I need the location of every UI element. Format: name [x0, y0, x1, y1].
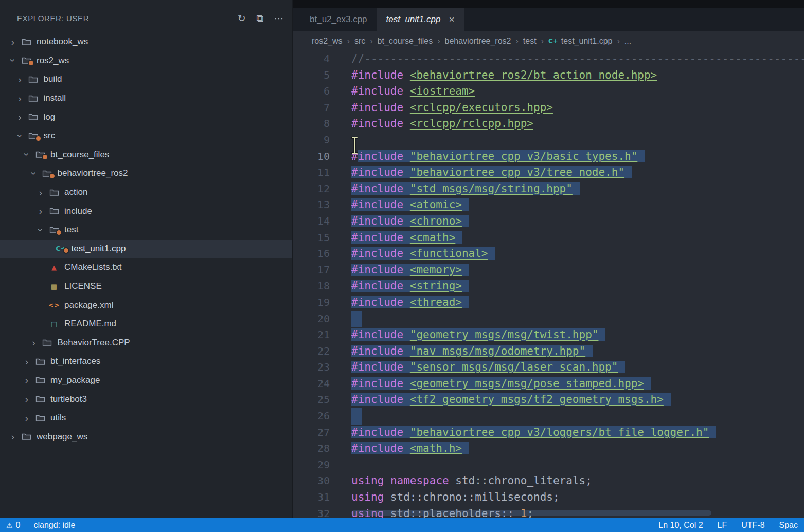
line-number[interactable]: 26 [293, 408, 330, 425]
collapse-folders-icon[interactable]: ⧉ [256, 13, 263, 23]
code-line-5[interactable]: 5#include <behaviortree_ros2/bt_action_n… [293, 67, 804, 84]
tree-file-test_unit1.cpp[interactable]: C+test_unit1.cpp [0, 240, 292, 259]
cursor-position[interactable]: Ln 10, Col 2 [658, 521, 703, 530]
tree-folder-install[interactable]: ›install [0, 89, 292, 108]
line-number[interactable]: 28 [293, 441, 330, 457]
line-number[interactable]: 25 [293, 392, 330, 408]
tree-folder-bt_course_files[interactable]: ›bt_course_files [0, 145, 292, 164]
code-line-28[interactable]: 28#include <math.h> [293, 441, 804, 457]
breadcrumb-item[interactable]: ... [624, 36, 631, 46]
line-number[interactable]: 30 [293, 473, 330, 489]
code-line-19[interactable]: 19#include <thread> [293, 295, 804, 311]
code-line-7[interactable]: 7#include <rclcpp/executors.hpp> [293, 100, 804, 116]
code-line-12[interactable]: 12#include "std_msgs/msg/string.hpp" [293, 181, 804, 197]
tree-folder-action[interactable]: ›action [0, 183, 292, 202]
line-number[interactable]: 5 [293, 67, 330, 84]
code-line-29[interactable]: 29 [293, 457, 804, 473]
tree-folder-BehaviorTree.CPP[interactable]: ›BehaviorTree.CPP [0, 334, 292, 353]
line-number[interactable]: 17 [293, 262, 330, 279]
tree-folder-log[interactable]: ›log [0, 107, 292, 126]
code-line-15[interactable]: 15#include <cmath> [293, 230, 804, 246]
tree-folder-bt_interfaces[interactable]: ›bt_interfaces [0, 352, 292, 371]
code-line-4[interactable]: 4//-------------------------------------… [293, 51, 804, 67]
line-number[interactable]: 23 [293, 359, 330, 376]
code-line-23[interactable]: 23#include "sensor_msgs/msg/laser_scan.h… [293, 359, 804, 376]
breadcrumb-item[interactable]: ros2_ws [312, 36, 343, 46]
code-line-25[interactable]: 25#include <tf2_geometry_msgs/tf2_geomet… [293, 392, 804, 408]
line-number[interactable]: 12 [293, 181, 330, 197]
indentation-indicator[interactable]: Spac [779, 521, 798, 530]
close-icon[interactable]: × [449, 14, 454, 24]
line-number[interactable]: 7 [293, 100, 330, 116]
line-number[interactable]: 29 [293, 457, 330, 473]
tree-folder-test[interactable]: ›test [0, 221, 292, 240]
tree-folder-webpage_ws[interactable]: ›webpage_ws [0, 427, 292, 446]
line-number[interactable]: 20 [293, 311, 330, 327]
code-line-17[interactable]: 17#include <memory> [293, 262, 804, 279]
line-number[interactable]: 10 [293, 149, 330, 165]
tree-folder-notebook_ws[interactable]: ›notebook_ws [0, 32, 292, 51]
line-number[interactable]: 16 [293, 246, 330, 262]
more-actions-icon[interactable]: ⋯ [274, 13, 284, 23]
tree-file-CMakeLists.txt[interactable]: ▲CMakeLists.txt [0, 258, 292, 277]
line-number[interactable]: 4 [293, 51, 330, 67]
code-line-31[interactable]: 31using std::chrono::milliseconds; [293, 489, 804, 506]
tree-file-package.xml[interactable]: <>package.xml [0, 296, 292, 315]
tree-file-README.md[interactable]: ▤README.md [0, 315, 292, 334]
encoding-indicator[interactable]: UTF-8 [741, 521, 764, 530]
tree-folder-behaviortree_ros2[interactable]: ›behaviortree_ros2 [0, 164, 292, 183]
line-number[interactable]: 18 [293, 278, 330, 295]
tree-folder-include[interactable]: ›include [0, 201, 292, 221]
code-line-26[interactable]: 26 [293, 408, 804, 425]
breadcrumb-item[interactable]: behaviortree_ros2 [445, 36, 511, 46]
line-number[interactable]: 11 [293, 164, 330, 181]
code-line-6[interactable]: 6#include <iostream> [293, 83, 804, 100]
code-line-9[interactable]: 9 [293, 132, 804, 149]
code-line-8[interactable]: 8#include <rclcpp/rclcpp.hpp> [293, 116, 804, 132]
tree-folder-my_package[interactable]: ›my_package [0, 371, 292, 390]
tab-test_unit1.cpp[interactable]: test_unit1.cpp× [377, 8, 464, 31]
line-number[interactable]: 19 [293, 295, 330, 311]
code-line-18[interactable]: 18#include <string> [293, 278, 804, 295]
breadcrumb-item[interactable]: bt_course_files [378, 36, 433, 46]
line-number[interactable]: 13 [293, 197, 330, 213]
refresh-icon[interactable]: ↻ [238, 13, 246, 23]
code-line-13[interactable]: 13#include <atomic> [293, 197, 804, 213]
line-number[interactable]: 9 [293, 132, 330, 149]
line-number[interactable]: 31 [293, 489, 330, 506]
code-line-27[interactable]: 27#include "behaviortree_cpp_v3/loggers/… [293, 425, 804, 441]
code-line-11[interactable]: 11#include "behaviortree_cpp_v3/tree_nod… [293, 164, 804, 181]
code-line-14[interactable]: 14#include <chrono> [293, 213, 804, 230]
breadcrumb-item[interactable]: test_unit1.cpp [561, 36, 613, 46]
tree-folder-turtlebot3[interactable]: ›turtlebot3 [0, 390, 292, 409]
line-number[interactable]: 22 [293, 343, 330, 360]
code-line-24[interactable]: 24#include <geometry_msgs/msg/pose_stamp… [293, 376, 804, 392]
line-number[interactable]: 8 [293, 116, 330, 132]
code-line-30[interactable]: 30using namespace std::chrono_literals; [293, 473, 804, 489]
problems-button[interactable]: ⚠ 0 [6, 521, 20, 530]
line-number[interactable]: 21 [293, 327, 330, 343]
line-number[interactable]: 14 [293, 213, 330, 230]
line-number[interactable]: 6 [293, 83, 330, 100]
tree-folder-src[interactable]: ›src [0, 126, 292, 145]
horizontal-scrollbar[interactable] [351, 510, 711, 516]
line-number[interactable]: 32 [293, 506, 330, 518]
tree-folder-utils[interactable]: ›utils [0, 409, 292, 428]
line-number[interactable]: 15 [293, 230, 330, 246]
code-line-10[interactable]: 10#include "behaviortree_cpp_v3/basic_ty… [293, 149, 804, 165]
eol-indicator[interactable]: LF [718, 521, 727, 530]
code-line-16[interactable]: 16#include <functional> [293, 246, 804, 262]
breadcrumb-item[interactable]: test [523, 36, 537, 46]
clangd-status[interactable]: clangd: idle [33, 521, 75, 530]
code-line-22[interactable]: 22#include "nav_msgs/msg/odometry.hpp" [293, 343, 804, 360]
tab-bt_u2_ex3.cpp[interactable]: bt_u2_ex3.cpp [300, 8, 377, 31]
code-line-21[interactable]: 21#include "geometry_msgs/msg/twist.hpp" [293, 327, 804, 343]
tree-folder-ros2_ws[interactable]: ›ros2_ws [0, 51, 292, 70]
code-editor[interactable]: 4//-------------------------------------… [293, 51, 804, 518]
tree-file-LICENSE[interactable]: ▤LICENSE [0, 277, 292, 296]
line-number[interactable]: 27 [293, 425, 330, 441]
code-line-20[interactable]: 20 [293, 311, 804, 327]
breadcrumb-item[interactable]: src [354, 36, 365, 46]
line-number[interactable]: 24 [293, 376, 330, 392]
tree-folder-build[interactable]: ›build [0, 70, 292, 89]
